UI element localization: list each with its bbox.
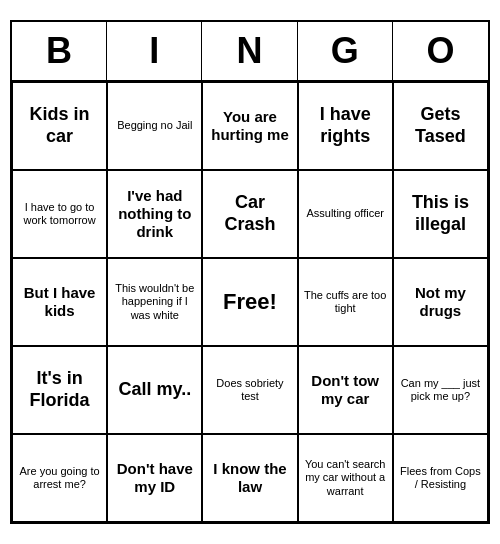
bingo-cell-6[interactable]: I've had nothing to drink [107,170,202,258]
bingo-cell-10[interactable]: But I have kids [12,258,107,346]
bingo-card: BINGO Kids in carBegging no JailYou are … [10,20,490,524]
bingo-cell-24[interactable]: Flees from Cops / Resisting [393,434,488,522]
bingo-cell-7[interactable]: Car Crash [202,170,297,258]
bingo-cell-20[interactable]: Are you going to arrest me? [12,434,107,522]
bingo-cell-23[interactable]: You can't search my car without a warran… [298,434,393,522]
bingo-cell-19[interactable]: Can my ___ just pick me up? [393,346,488,434]
bingo-cell-12[interactable]: Free! [202,258,297,346]
bingo-cell-15[interactable]: It's in Florida [12,346,107,434]
bingo-cell-18[interactable]: Don't tow my car [298,346,393,434]
bingo-cell-14[interactable]: Not my drugs [393,258,488,346]
bingo-cell-21[interactable]: Don't have my ID [107,434,202,522]
bingo-cell-16[interactable]: Call my.. [107,346,202,434]
bingo-cell-17[interactable]: Does sobriety test [202,346,297,434]
bingo-cell-8[interactable]: Assulting officer [298,170,393,258]
header-letter-o: O [393,22,488,80]
bingo-cell-22[interactable]: I know the law [202,434,297,522]
header-letter-b: B [12,22,107,80]
bingo-cell-4[interactable]: Gets Tased [393,82,488,170]
bingo-cell-5[interactable]: I have to go to work tomorrow [12,170,107,258]
bingo-cell-2[interactable]: You are hurting me [202,82,297,170]
bingo-cell-9[interactable]: This is illegal [393,170,488,258]
bingo-cell-1[interactable]: Begging no Jail [107,82,202,170]
header-letter-i: I [107,22,202,80]
bingo-cell-11[interactable]: This wouldn't be happening if I was whit… [107,258,202,346]
header-letter-g: G [298,22,393,80]
bingo-cell-3[interactable]: I have rights [298,82,393,170]
bingo-cell-13[interactable]: The cuffs are too tight [298,258,393,346]
header-letter-n: N [202,22,297,80]
bingo-cell-0[interactable]: Kids in car [12,82,107,170]
bingo-header: BINGO [12,22,488,82]
bingo-grid: Kids in carBegging no JailYou are hurtin… [12,82,488,522]
